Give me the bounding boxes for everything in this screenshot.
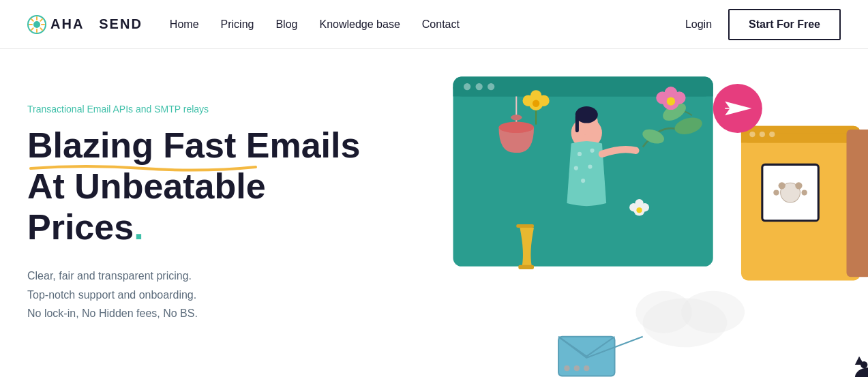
svg-point-26 (578, 152, 582, 156)
svg-point-56 (760, 132, 765, 137)
logo-aha: AHA (50, 16, 84, 31)
nav-link-knowledge-base[interactable]: Knowledge base (319, 18, 400, 30)
hero-section: Transactional Email APIs and SMTP relays… (0, 49, 868, 377)
svg-point-29 (588, 164, 592, 168)
svg-point-28 (574, 166, 578, 170)
svg-point-57 (769, 132, 775, 137)
svg-point-12 (681, 291, 745, 333)
svg-point-50 (635, 199, 643, 207)
logo-icon (27, 15, 46, 34)
svg-point-62 (773, 190, 779, 195)
illustration-svg (418, 63, 868, 377)
logo-send: SEND (99, 16, 143, 31)
svg-point-27 (590, 149, 594, 153)
navbar-left: AHA SEND Home Pricing Blog Knowledge bas… (27, 15, 460, 34)
svg-point-18 (488, 83, 494, 90)
svg-point-16 (464, 83, 470, 90)
svg-point-51 (636, 207, 642, 213)
svg-point-1 (33, 21, 40, 28)
svg-marker-75 (855, 357, 864, 365)
svg-point-17 (475, 83, 482, 90)
start-free-button[interactable]: Start For Free (728, 9, 841, 40)
title-dot: . (134, 207, 143, 247)
svg-point-45 (533, 100, 539, 107)
svg-point-30 (581, 179, 585, 183)
logo-text: AHA SEND (50, 16, 143, 32)
nav-link-contact[interactable]: Contact (422, 18, 460, 30)
svg-point-55 (749, 132, 755, 137)
logo[interactable]: AHA SEND (27, 15, 143, 34)
nav-link-pricing[interactable]: Pricing (221, 18, 254, 30)
hero-title-line2: At Unbeatable (27, 166, 382, 207)
hero-title-line3: Prices. (27, 207, 382, 248)
navbar: AHA SEND Home Pricing Blog Knowledge bas… (0, 0, 868, 49)
svg-point-61 (795, 182, 802, 189)
svg-line-9 (31, 28, 33, 30)
nav-item-blog[interactable]: Blog (275, 18, 297, 31)
svg-line-7 (40, 28, 42, 30)
svg-rect-54 (741, 133, 860, 142)
title-underline (27, 162, 259, 172)
hero-tagline: Transactional Email APIs and SMTP relays (27, 104, 382, 115)
svg-rect-25 (575, 115, 579, 132)
svg-point-21 (498, 122, 534, 133)
svg-point-72 (584, 365, 589, 371)
nav-links: Home Pricing Blog Knowledge base Contact (170, 18, 460, 31)
svg-rect-64 (846, 130, 868, 277)
nav-item-home[interactable]: Home (170, 18, 199, 31)
svg-line-6 (31, 18, 33, 20)
nav-item-pricing[interactable]: Pricing (221, 18, 254, 31)
svg-point-70 (564, 365, 569, 371)
login-link[interactable]: Login (685, 18, 712, 31)
nav-item-knowledge-base[interactable]: Knowledge base (319, 18, 400, 31)
svg-point-20 (511, 115, 522, 120)
nav-link-blog[interactable]: Blog (275, 18, 297, 30)
hero-title-line1: Blazing Fast Emails (27, 125, 382, 166)
svg-rect-31 (516, 224, 534, 228)
svg-point-40 (667, 97, 675, 105)
svg-point-71 (574, 365, 580, 371)
hero-illustration (418, 63, 868, 377)
svg-point-77 (855, 367, 868, 377)
hero-description: Clear, fair and transparent pricing. Top… (27, 267, 382, 322)
nav-item-contact[interactable]: Contact (422, 18, 460, 31)
svg-rect-32 (518, 265, 534, 269)
hero-content: Transactional Email APIs and SMTP relays… (27, 90, 382, 322)
navbar-right: Login Start For Free (685, 9, 841, 40)
hero-title: Blazing Fast Emails At Unbeatable Prices… (27, 125, 382, 247)
svg-point-63 (802, 190, 807, 195)
svg-point-60 (779, 182, 785, 189)
svg-point-44 (530, 90, 541, 101)
svg-line-8 (40, 18, 42, 20)
nav-link-home[interactable]: Home (170, 18, 199, 30)
